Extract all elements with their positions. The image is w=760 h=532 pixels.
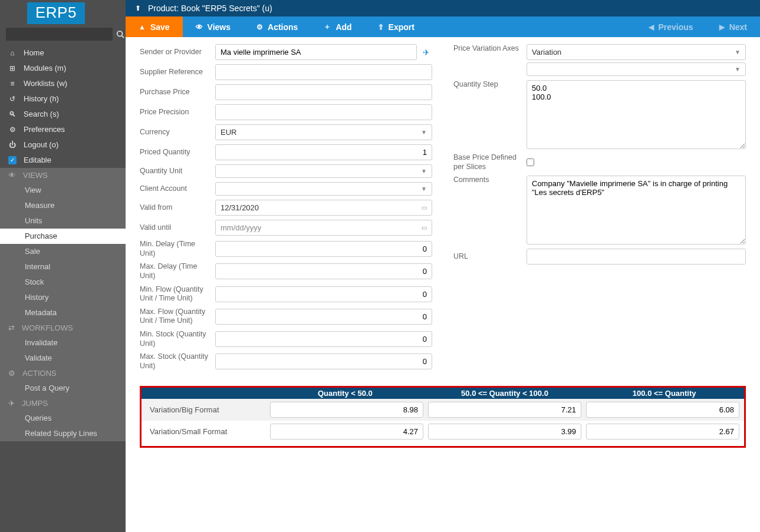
chevron-down-icon: ▼ <box>421 186 427 192</box>
qstep-input[interactable] <box>527 80 746 149</box>
comments-input[interactable] <box>527 176 746 244</box>
matrix-row: Variation/Big Format <box>142 399 744 421</box>
next-button: ▶Next <box>706 16 760 37</box>
calendar-icon: ▭ <box>422 204 427 211</box>
export-button[interactable]: ⇪Export <box>365 16 427 37</box>
qty-unit-label: Quantity Unit <box>140 167 215 176</box>
sidebar-item-view[interactable]: View <box>0 183 126 198</box>
list-icon: ≡ <box>8 78 17 89</box>
axes-select-2[interactable]: ▼ <box>527 62 746 76</box>
sidebar-item-related-supply-lines[interactable]: Related Supply Lines <box>0 426 126 441</box>
min-delay-input[interactable] <box>215 241 432 257</box>
sidebar-item-stock[interactable]: Stock <box>0 275 126 290</box>
url-input[interactable] <box>527 249 746 265</box>
nav-search-label: Search (s) <box>24 109 59 120</box>
currency-select[interactable]: EUR▼ <box>215 124 432 140</box>
nav-logout[interactable]: ⏻Logout (o) <box>0 137 126 153</box>
sidebar-item-invalidate[interactable]: Invalidate <box>0 335 126 351</box>
matrix-cell-input[interactable] <box>428 424 581 440</box>
search-input[interactable] <box>6 28 113 41</box>
up-icon[interactable]: ⬆︎ <box>135 4 141 12</box>
add-button[interactable]: ＋Add <box>311 16 364 37</box>
client-account-label: Client Account <box>140 184 215 194</box>
max-delay-input[interactable] <box>215 263 432 279</box>
sender-input[interactable] <box>215 44 417 60</box>
max-delay-label: Max. Delay (Time Unit) <box>140 262 215 280</box>
price-precision-input[interactable] <box>215 104 432 120</box>
nav-search[interactable]: 🔍︎Search (s) <box>0 107 126 122</box>
matrix-row-label: Variation/Small Format <box>144 424 268 440</box>
nav-home-label: Home <box>24 48 44 58</box>
svg-point-0 <box>117 31 123 37</box>
qty-unit-select[interactable]: ▼ <box>215 164 432 178</box>
matrix-row: Variation/Small Format <box>142 421 744 442</box>
nav-preferences-label: Preferences <box>24 124 65 135</box>
section-jumps-head: ✈︎JUMPS <box>0 396 126 411</box>
nav-editable-label: Editable <box>24 155 51 166</box>
nav-preferences[interactable]: ⚙︎Preferences <box>0 122 126 137</box>
price-precision-label: Price Precision <box>140 108 215 117</box>
max-flow-input[interactable] <box>215 309 432 325</box>
matrix-cell-input[interactable] <box>586 424 739 440</box>
sidebar-item-queries[interactable]: Queries <box>0 411 126 426</box>
section-views: 👁︎VIEWS ViewMeasureUnitsPurchaseSaleInte… <box>0 168 126 320</box>
sidebar-item-metadata[interactable]: Metadata <box>0 305 126 320</box>
section-actions-head: ⚙︎ACTIONS <box>0 366 126 381</box>
sidebar-item-units[interactable]: Units <box>0 213 126 229</box>
matrix-cell-input[interactable] <box>270 424 423 440</box>
main: ⬆︎ Product: Book "ERP5 Secrets" (u) ▲Sav… <box>126 0 760 532</box>
matrix-header: Quantity < 50.0 50.0 <= Quantity < 100.0… <box>142 388 744 399</box>
sidebar-item-measure[interactable]: Measure <box>0 198 126 213</box>
sidebar-item-validate[interactable]: Validate <box>0 351 126 366</box>
calendar-icon: ▭ <box>422 224 427 231</box>
svg-line-1 <box>122 36 124 38</box>
sidebar-item-internal[interactable]: Internal <box>0 259 126 275</box>
currency-label: Currency <box>140 128 215 137</box>
nav-home[interactable]: ⌂Home <box>0 45 126 61</box>
gears-tb-icon: ⚙︎ <box>256 23 263 31</box>
matrix-cell-input[interactable] <box>428 402 581 418</box>
axes-select-1[interactable]: Variation▼ <box>527 44 746 60</box>
purchase-price-label: Purchase Price <box>140 88 215 97</box>
sidebar-item-purchase[interactable]: Purchase <box>0 229 126 244</box>
nav-modules[interactable]: ⊞Modules (m) <box>0 61 126 76</box>
valid-from-input[interactable]: 12/31/2020▭ <box>215 200 432 216</box>
nav-editable[interactable]: ✓Editable <box>0 153 126 168</box>
client-account-select[interactable]: ▼ <box>215 182 432 196</box>
valid-until-input[interactable]: mm/dd/yyyy▭ <box>215 220 432 236</box>
url-label: URL <box>453 252 527 262</box>
matrix-cell-input[interactable] <box>270 402 423 418</box>
nav-history[interactable]: ↺History (h) <box>0 91 126 107</box>
views-button[interactable]: 👁︎Views <box>183 16 244 37</box>
axes-label: Price Variation Axes <box>453 44 527 54</box>
chevron-down-icon: ▼ <box>421 168 427 174</box>
warning-icon: ▲ <box>139 23 146 31</box>
nav-worklists[interactable]: ≡Worklists (w) <box>0 76 126 91</box>
actions-button[interactable]: ⚙︎Actions <box>244 16 311 37</box>
min-flow-input[interactable] <box>215 286 432 302</box>
priced-qty-input[interactable] <box>215 144 432 160</box>
matrix-cell-input[interactable] <box>586 402 739 418</box>
titlebar: ⬆︎ Product: Book "ERP5 Secrets" (u) <box>126 0 760 16</box>
search-nav-icon: 🔍︎ <box>8 109 17 120</box>
gears-icon: ⚙︎ <box>8 369 15 378</box>
jump-plane-icon[interactable]: ✈︎ <box>420 48 432 57</box>
max-stock-input[interactable] <box>215 353 432 369</box>
sidebar-item-history[interactable]: History <box>0 290 126 305</box>
checkbox-icon: ✓ <box>8 156 17 164</box>
price-matrix: Quantity < 50.0 50.0 <= Quantity < 100.0… <box>140 386 746 448</box>
purchase-price-input[interactable] <box>215 84 432 100</box>
chevron-down-icon: ▼ <box>735 49 741 55</box>
save-button[interactable]: ▲Save <box>126 16 183 37</box>
supplier-ref-input[interactable] <box>215 64 432 80</box>
sidebar-item-post-a-query[interactable]: Post a Query <box>0 381 126 396</box>
chevron-left-icon: ◀ <box>649 23 654 31</box>
section-workflows: ⇄WORKFLOWS InvalidateValidate <box>0 320 126 366</box>
sidebar-item-sale[interactable]: Sale <box>0 244 126 259</box>
search-icon[interactable] <box>116 30 124 38</box>
min-stock-input[interactable] <box>215 331 432 347</box>
form: Sender or Provider✈︎ Supplier Reference … <box>126 37 760 465</box>
min-stock-label: Min. Stock (Quantity Unit) <box>140 330 215 348</box>
section-workflows-head: ⇄WORKFLOWS <box>0 320 126 335</box>
slice-checkbox[interactable] <box>527 158 534 166</box>
